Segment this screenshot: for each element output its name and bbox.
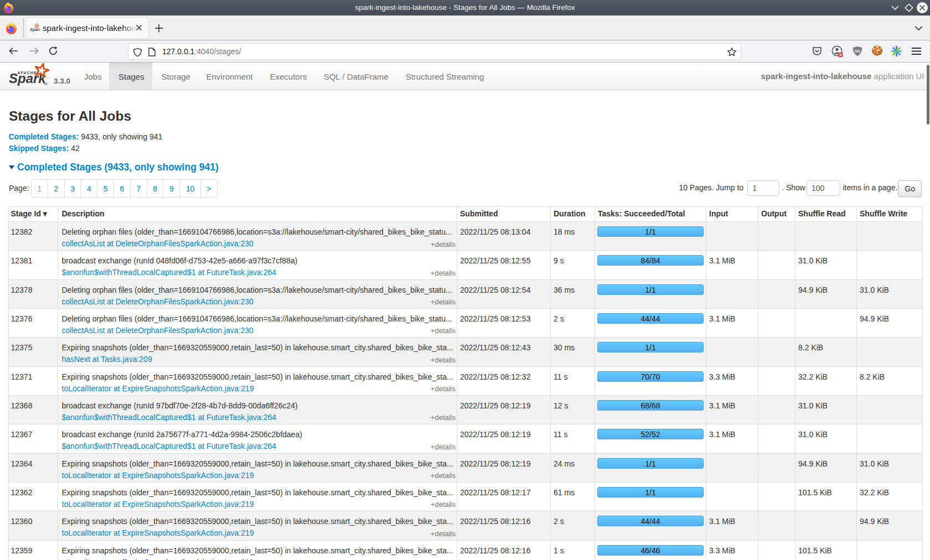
svg-text:UO: UO — [855, 49, 860, 53]
svg-text:APACHE: APACHE — [17, 71, 37, 75]
svg-text:TM: TM — [44, 82, 47, 85]
